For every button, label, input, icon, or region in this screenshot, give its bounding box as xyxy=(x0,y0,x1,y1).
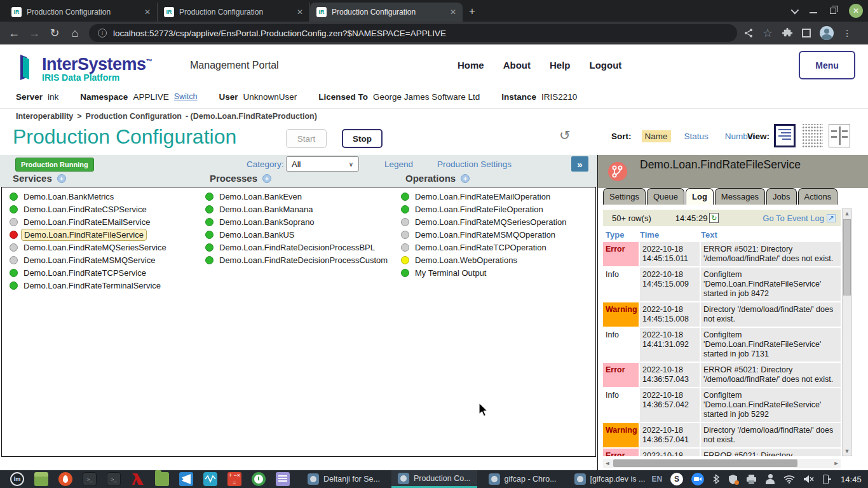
flame-app-icon[interactable] xyxy=(58,472,72,486)
config-item[interactable]: Demo.Loan.FindRateEMailOperation xyxy=(401,190,569,203)
sort-option[interactable]: Name xyxy=(642,130,671,142)
bluetooth-icon[interactable] xyxy=(712,474,720,484)
mint-menu-icon[interactable]: lm xyxy=(10,472,24,486)
config-item[interactable]: Demo.Loan.BankUS xyxy=(205,228,390,241)
terminal2-icon[interactable]: >_ xyxy=(107,472,121,486)
config-item[interactable]: Demo.Loan.BankEven xyxy=(205,190,390,203)
config-item[interactable]: Demo.Loan.FindRateDecisionProcessCustom xyxy=(205,254,390,266)
stop-button[interactable]: Stop xyxy=(342,129,383,148)
minimize-button[interactable] xyxy=(810,8,817,13)
extensions-puzzle-icon[interactable] xyxy=(782,27,793,39)
time-column-header[interactable]: Time xyxy=(640,230,701,240)
config-item[interactable]: Demo.Loan.FindRateMSMQOperation xyxy=(401,228,569,241)
browser-tab[interactable]: IR Production Configuration ✕ xyxy=(158,3,310,22)
config-item-label[interactable]: Demo.Loan.FindRateTerminalService xyxy=(21,280,163,291)
tab-close-icon[interactable]: ✕ xyxy=(297,8,303,17)
scroll-left-icon[interactable]: ◄ xyxy=(603,459,612,468)
language-indicator[interactable]: EN xyxy=(651,475,662,484)
log-row[interactable]: Warning 2022-10-18 14:36:57.041 Director… xyxy=(603,423,841,447)
config-item[interactable]: Demo.Loan.FindRateFileService xyxy=(10,228,169,241)
config-item-label[interactable]: Demo.Loan.BankManana xyxy=(217,204,315,215)
production-settings-link[interactable]: Production Settings xyxy=(437,159,512,169)
back-icon[interactable]: ← xyxy=(4,27,24,40)
volume-muted-icon[interactable] xyxy=(803,475,815,484)
config-item[interactable]: Demo.Loan.FindRateTerminalService xyxy=(10,279,169,292)
nav-link[interactable]: About xyxy=(503,60,531,71)
taskbar-window[interactable]: gifcap - Chro... xyxy=(482,470,563,488)
config-item[interactable]: Demo.Loan.BankSoprano xyxy=(205,215,390,228)
taskbar-window[interactable]: [gifcap.dev is ... xyxy=(568,470,652,488)
forward-icon[interactable]: → xyxy=(24,27,44,40)
config-item-label[interactable]: Demo.Loan.BankEven xyxy=(217,191,304,202)
config-item-label[interactable]: Demo.Loan.FindRateTCPService xyxy=(21,268,149,278)
config-item[interactable]: Demo.Loan.FindRateMQSeriesService xyxy=(10,241,169,254)
window-close-button[interactable]: ✕ xyxy=(849,4,863,18)
config-item[interactable]: Demo.Loan.WebOperations xyxy=(401,254,569,266)
user-tray-icon[interactable] xyxy=(765,474,775,484)
vertical-scroll-thumb[interactable] xyxy=(843,219,851,295)
red-app-icon[interactable] xyxy=(131,472,145,486)
calculator-icon[interactable]: + −× = xyxy=(227,472,241,486)
config-item[interactable]: Demo.Loan.FindRateTCPOperation xyxy=(401,241,569,254)
video-call-tray-icon[interactable] xyxy=(691,473,704,485)
config-item-label[interactable]: Demo.Loan.FindRateEMailOperation xyxy=(412,191,553,202)
home-icon[interactable]: ⌂ xyxy=(65,27,85,40)
start-button[interactable]: Start xyxy=(286,129,327,148)
wifi-icon[interactable] xyxy=(783,475,795,484)
folder-icon[interactable] xyxy=(155,472,169,486)
config-item-label[interactable]: My Terminal Output xyxy=(412,268,489,278)
log-horizontal-scrollbar[interactable]: ◄ ► xyxy=(603,459,841,468)
site-info-icon[interactable]: i xyxy=(98,29,107,37)
config-item[interactable]: Demo.Loan.FindRateCSPService xyxy=(10,203,169,215)
notes-app-icon[interactable] xyxy=(276,472,290,486)
browser-menu-icon[interactable]: ⋮ xyxy=(843,28,851,38)
scroll-up-icon[interactable]: ▲ xyxy=(843,209,851,218)
list-view-icon[interactable] xyxy=(774,124,796,147)
printer-icon[interactable] xyxy=(746,475,757,484)
config-item-label[interactable]: Demo.Loan.FindRateFileOperation xyxy=(412,204,546,215)
config-item-label[interactable]: Demo.Loan.FindRateMQSeriesOperation xyxy=(412,217,569,227)
grid-view-icon[interactable] xyxy=(801,124,823,147)
detail-tab[interactable]: Jobs xyxy=(766,188,796,205)
file-manager-icon[interactable] xyxy=(34,472,48,486)
maximize-button[interactable] xyxy=(830,8,836,14)
config-item[interactable]: My Terminal Output xyxy=(401,266,569,279)
config-item-label[interactable]: Demo.Loan.BankMetrics xyxy=(21,191,116,202)
detail-tab[interactable]: Queue xyxy=(647,188,684,205)
config-item-label[interactable]: Demo.Loan.FindRateTCPOperation xyxy=(412,242,549,253)
url-text[interactable]: localhost:52773/csp/applive/EnsPortal.Pr… xyxy=(113,29,446,38)
log-row[interactable]: Error 2022-10-18 ERROR #5021: Directory xyxy=(603,449,841,456)
taskbar-window[interactable]: Production Co... xyxy=(391,470,477,488)
config-item[interactable]: Demo.Loan.FindRateMSMQService xyxy=(10,254,169,266)
add-service-button[interactable]: + xyxy=(57,174,66,183)
config-item-label[interactable]: Demo.Loan.FindRateCSPService xyxy=(21,204,149,215)
config-item[interactable]: Demo.Loan.BankMetrics xyxy=(10,190,169,203)
type-column-header[interactable]: Type xyxy=(603,230,640,240)
config-item-label[interactable]: Demo.Loan.BankUS xyxy=(217,229,297,240)
config-item-label[interactable]: Demo.Loan.WebOperations xyxy=(412,255,520,266)
browser-tab[interactable]: IR Production Configuration ✕ xyxy=(5,3,158,22)
config-item-label[interactable]: Demo.Loan.FindRateEMailService xyxy=(21,217,153,227)
category-select[interactable]: All ∨ xyxy=(286,156,359,172)
horizontal-scroll-thumb[interactable] xyxy=(613,459,797,467)
tab-close-icon[interactable]: ✕ xyxy=(450,8,456,17)
share-icon[interactable] xyxy=(743,28,754,38)
vscode-icon[interactable] xyxy=(179,472,193,486)
config-item[interactable]: Demo.Loan.FindRateTCPService xyxy=(10,266,169,279)
config-item-label[interactable]: Demo.Loan.FindRateDecisionProcessCustom xyxy=(217,255,390,266)
config-item-label[interactable]: Demo.Loan.FindRateMQSeriesService xyxy=(21,242,169,253)
config-item[interactable]: Demo.Loan.FindRateMQSeriesOperation xyxy=(401,215,569,228)
legend-link[interactable]: Legend xyxy=(384,159,413,169)
text-column-header[interactable]: Text xyxy=(701,230,841,240)
nav-link[interactable]: Home xyxy=(458,60,484,71)
expand-panel-button[interactable]: » xyxy=(571,156,588,172)
taskbar-clock[interactable]: 14:45 xyxy=(841,475,862,484)
config-item-label[interactable]: Demo.Loan.BankSoprano xyxy=(217,217,317,227)
bookmark-star-icon[interactable]: ☆ xyxy=(763,26,773,40)
switch-link[interactable]: Switch xyxy=(174,92,198,101)
config-item[interactable]: Demo.Loan.BankManana xyxy=(205,203,390,215)
side-panel-icon[interactable] xyxy=(802,29,811,37)
security-shield-icon[interactable] xyxy=(728,474,738,485)
log-row[interactable]: Warning 2022-10-18 14:45:15.008 Director… xyxy=(603,302,841,327)
log-row[interactable]: Error 2022-10-18 14:45:15.011 ERROR #502… xyxy=(603,242,841,266)
